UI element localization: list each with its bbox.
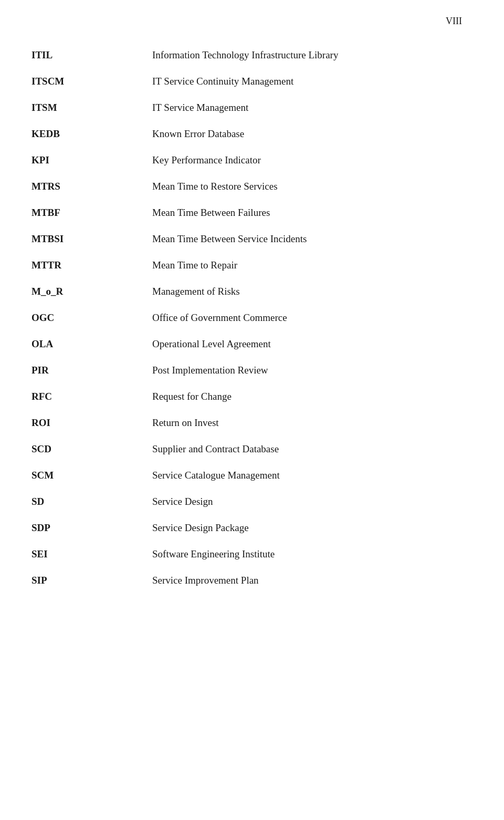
acronym-row: M_o_RManagement of Risks	[32, 278, 462, 305]
acronym-definition: Key Performance Indicator	[152, 154, 462, 166]
acronym-definition: Supplier and Contract Database	[152, 443, 462, 455]
acronym-row: MTBSIMean Time Between Service Incidents	[32, 226, 462, 252]
acronym-table: ITILInformation Technology Infrastructur…	[32, 42, 462, 594]
acronym-abbr: MTBF	[32, 207, 152, 219]
acronym-abbr: SCD	[32, 443, 152, 455]
acronym-definition: Service Improvement Plan	[152, 575, 462, 586]
acronym-abbr: KPI	[32, 154, 152, 166]
acronym-abbr: SCM	[32, 470, 152, 481]
acronym-abbr: M_o_R	[32, 286, 152, 297]
acronym-definition: Service Design Package	[152, 522, 462, 534]
acronym-abbr: MTTR	[32, 260, 152, 271]
acronym-abbr: SEI	[32, 548, 152, 560]
acronym-abbr: MTRS	[32, 181, 152, 192]
acronym-definition: Request for Change	[152, 391, 462, 402]
acronym-abbr: OGC	[32, 312, 152, 324]
acronym-abbr: KEDB	[32, 128, 152, 140]
acronym-row: SEISoftware Engineering Institute	[32, 541, 462, 567]
acronym-definition: Office of Government Commerce	[152, 312, 462, 324]
acronym-abbr: ROI	[32, 417, 152, 429]
acronym-abbr: SIP	[32, 575, 152, 586]
acronym-row: RFCRequest for Change	[32, 383, 462, 410]
acronym-row: ROIReturn on Invest	[32, 410, 462, 436]
acronym-row: SIPService Improvement Plan	[32, 567, 462, 594]
acronym-row: PIRPost Implementation Review	[32, 357, 462, 383]
acronym-abbr: ITIL	[32, 49, 152, 61]
acronym-definition: Post Implementation Review	[152, 365, 462, 376]
acronym-abbr: ITSCM	[32, 76, 152, 87]
acronym-row: OGCOffice of Government Commerce	[32, 305, 462, 331]
acronym-definition: IT Service Management	[152, 102, 462, 113]
acronym-definition: Software Engineering Institute	[152, 548, 462, 560]
acronym-definition: IT Service Continuity Management	[152, 76, 462, 87]
acronym-row: ITSCMIT Service Continuity Management	[32, 68, 462, 95]
acronym-definition: Service Catalogue Management	[152, 470, 462, 481]
acronym-definition: Mean Time Between Failures	[152, 207, 462, 219]
acronym-definition: Management of Risks	[152, 286, 462, 297]
acronym-abbr: SD	[32, 496, 152, 507]
acronym-abbr: SDP	[32, 522, 152, 534]
acronym-definition: Service Design	[152, 496, 462, 507]
acronym-row: OLAOperational Level Agreement	[32, 331, 462, 357]
acronym-definition: Mean Time to Repair	[152, 260, 462, 271]
acronym-row: KEDBKnown Error Database	[32, 121, 462, 147]
acronym-row: SDPService Design Package	[32, 515, 462, 541]
acronym-definition: Mean Time to Restore Services	[152, 181, 462, 192]
acronym-definition: Mean Time Between Service Incidents	[152, 233, 462, 245]
acronym-row: ITSMIT Service Management	[32, 95, 462, 121]
acronym-row: ITILInformation Technology Infrastructur…	[32, 42, 462, 68]
acronym-abbr: PIR	[32, 365, 152, 376]
acronym-abbr: ITSM	[32, 102, 152, 113]
acronym-row: MTBFMean Time Between Failures	[32, 200, 462, 226]
acronym-row: KPIKey Performance Indicator	[32, 147, 462, 173]
acronym-definition: Operational Level Agreement	[152, 338, 462, 350]
acronym-row: SDService Design	[32, 489, 462, 515]
acronym-abbr: MTBSI	[32, 233, 152, 245]
page-number: VIII	[446, 16, 462, 27]
acronym-abbr: RFC	[32, 391, 152, 402]
acronym-row: MTTRMean Time to Repair	[32, 252, 462, 278]
acronym-definition: Return on Invest	[152, 417, 462, 429]
acronym-definition: Known Error Database	[152, 128, 462, 140]
acronym-row: SCDSupplier and Contract Database	[32, 436, 462, 462]
acronym-definition: Information Technology Infrastructure Li…	[152, 49, 462, 61]
acronym-row: MTRSMean Time to Restore Services	[32, 173, 462, 200]
acronym-abbr: OLA	[32, 338, 152, 350]
acronym-row: SCMService Catalogue Management	[32, 462, 462, 489]
